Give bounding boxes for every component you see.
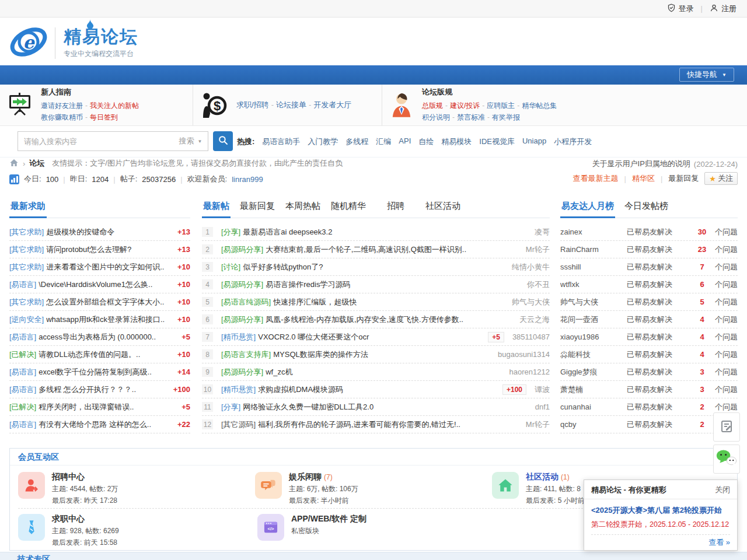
thread-title[interactable]: 快速排序汇编版，超级快 <box>273 297 504 307</box>
rank-user-name[interactable]: xiaoyu1986 <box>560 332 624 341</box>
forum-card[interactable]: </>APP/WEB/软件 定制私密版块 <box>257 514 497 548</box>
post-list-item[interactable]: 1[分享]最新易语言ai deepseek3.2凌哥 <box>202 223 550 241</box>
thread-category[interactable]: [讨论] <box>221 262 240 272</box>
hot-search-link[interactable]: 多线程 <box>345 136 368 147</box>
thread-category[interactable]: [易源码分享] <box>221 367 263 377</box>
popup-announcement-link[interactable]: <2025开源大赛>第八届 第2轮投票开始 <box>591 503 730 517</box>
search-button[interactable] <box>213 131 233 151</box>
thread-category[interactable]: [易语言] <box>9 384 36 395</box>
thread-author[interactable]: 纯情小黄牛 <box>512 262 550 272</box>
thread-category[interactable]: [易语言支持库] <box>221 349 271 360</box>
quick-link[interactable]: 我关注人的新帖 <box>90 102 139 110</box>
thread-category[interactable]: [易语言纯源码] <box>221 297 271 307</box>
quick-link[interactable]: 教你赚取精币 <box>41 113 83 121</box>
rank-user-name[interactable]: 花间一壶酒 <box>560 314 624 325</box>
thread-category[interactable]: [已解决] <box>9 402 36 412</box>
wechat-button[interactable] <box>713 444 740 474</box>
rank-list-item[interactable]: Giggle梦痕已帮易友解决3个问题 <box>560 363 738 381</box>
home-icon[interactable] <box>9 158 19 169</box>
rank-list-item[interactable]: xiaoyu1986已帮易友解决4个问题 <box>560 328 738 346</box>
tab-5[interactable]: 招聘 <box>386 196 406 216</box>
forum-card[interactable]: 求职中心主题: 928, 帖数: 6269最后发表: 前天 15:58 <box>18 514 257 548</box>
quick-link[interactable]: 邀请好友注册 <box>41 102 83 110</box>
thread-category[interactable]: [分享] <box>221 227 240 237</box>
tab-3[interactable]: 本周热帖 <box>284 196 322 216</box>
thread-title[interactable]: 似乎好多转战python了? <box>243 262 504 272</box>
thread-title[interactable]: 程序关闭时，出现弹窗错误.. <box>39 402 176 412</box>
hot-search-link[interactable]: IDE视觉库 <box>479 136 515 147</box>
breadcrumb-forum-link[interactable]: 论坛 <box>29 158 44 169</box>
quick-link[interactable]: 论坛接单 <box>276 100 306 109</box>
thread-title[interactable]: wf_zc机 <box>266 367 501 377</box>
thread-category[interactable]: [易语言] <box>9 419 36 430</box>
help-list-item[interactable]: [其它求助]怎么设置外部组合框文字字体大小..+10 <box>9 293 190 311</box>
rank-list-item[interactable]: qcby已帮易友解决2个问题 <box>560 416 738 433</box>
next-section-title[interactable]: 技术专区 <box>18 554 50 560</box>
thread-author[interactable]: haoren1212 <box>509 368 550 376</box>
forum-card-title[interactable]: APP/WEB/软件 定制 <box>291 514 366 523</box>
rank-user-name[interactable]: Giggle梦痕 <box>560 367 624 377</box>
quick-link[interactable]: 总版规 <box>422 102 443 110</box>
thread-title[interactable]: 请问protobuf怎么去理解? <box>46 244 172 255</box>
rank-user-name[interactable]: RainCharm <box>560 245 624 254</box>
thread-title[interactable]: 有没有大佬给个思路 这样的怎么.. <box>39 419 172 430</box>
thread-category[interactable]: [分享] <box>221 402 240 412</box>
forum-card-title[interactable]: 娱乐闲聊 <box>289 472 322 481</box>
thread-title[interactable]: \Device\HarddiskVolume1怎么换.. <box>39 279 172 290</box>
thread-title[interactable]: excel数字千位分隔符复制到高级.. <box>39 367 172 377</box>
quick-link[interactable]: 建议/投诉 <box>450 102 480 110</box>
quick-link[interactable]: 每日签到 <box>90 113 118 121</box>
thread-author[interactable]: 385110487 <box>512 332 550 341</box>
hot-search-link[interactable]: 自绘 <box>418 136 434 147</box>
rank-user-name[interactable]: 尛能科技 <box>560 349 624 360</box>
hot-search-link[interactable]: 精易模块 <box>441 136 472 147</box>
popup-view-more-link[interactable]: 查看 » <box>708 538 730 547</box>
rank-user-name[interactable]: zainex <box>560 228 624 236</box>
tab-latest-help[interactable]: 最新求助 <box>9 196 47 218</box>
thread-category[interactable]: [易语言] <box>9 279 36 290</box>
rank-user-name[interactable]: wtflxk <box>560 280 624 289</box>
help-list-item[interactable]: [易语言]access导出为表格后为 (0.000000..+5 <box>9 328 190 346</box>
hot-search-link[interactable]: 小程序开发 <box>554 136 592 147</box>
rank-user-name[interactable]: ssshill <box>560 262 624 271</box>
member-interact-title[interactable]: 会员互动区 <box>10 449 737 466</box>
rank-list-item[interactable]: 尛能科技已帮易友解决4个问题 <box>560 346 738 363</box>
search-input[interactable] <box>18 131 174 151</box>
help-list-item[interactable]: [逆向安全]whatsapp用tk和ck登录算法和接口..+10 <box>9 311 190 328</box>
thread-title[interactable]: 网络验证永久免费一键加密DLL工具2.0 <box>243 402 526 412</box>
rank-list-item[interactable]: RainCharm已帮易友解决23个问题 <box>560 241 738 258</box>
help-list-item[interactable]: [已解决]程序关闭时，出现弹窗错误..+5 <box>9 398 190 416</box>
thread-category[interactable]: [精币悬赏] <box>221 332 256 342</box>
thread-author[interactable]: 谭波 <box>535 384 550 395</box>
thread-title[interactable]: access导出为表格后为 (0.000000.. <box>39 332 176 342</box>
feedback-form-button[interactable] <box>713 412 740 442</box>
forum-card-title[interactable]: 社区活动 <box>526 472 558 481</box>
post-list-item[interactable]: 2[易源码分享]大赛结束前,最后一个轮子,二维码,高速识别,Q截图一样识别..M… <box>202 241 550 258</box>
quick-link[interactable]: 禁言标准 <box>457 113 485 121</box>
quick-link[interactable]: 积分说明 <box>422 113 450 121</box>
thread-author[interactable]: bugaosuni1314 <box>498 350 550 359</box>
thread-title[interactable]: 易语言操作redis学习源码 <box>266 279 519 290</box>
thread-title[interactable]: 凤凰-多线程池-内存加载版,内存安全,速度飞快.方便传参数.. <box>266 314 511 325</box>
help-list-item[interactable]: [其它求助]超级模块的按键命令+13 <box>9 223 190 241</box>
post-list-item[interactable]: 9[易源码分享]wf_zc机haoren1212 <box>202 363 550 381</box>
stats-link[interactable]: 精华区 <box>632 173 655 184</box>
ip-notice-link[interactable]: 关于显示用户IP归属地的说明 <box>592 159 690 169</box>
rank-list-item[interactable]: zainex已帮易友解决30个问题 <box>560 223 738 241</box>
stats-link[interactable]: 查看最新主题 <box>573 173 619 184</box>
thread-author[interactable]: 帅气与大侠 <box>512 297 550 307</box>
help-list-item[interactable]: [易语言]excel数字千位分隔符复制到高级..+14 <box>9 363 190 381</box>
thread-title[interactable]: whatsapp用tk和ck登录算法和接口.. <box>46 314 172 325</box>
forum-card[interactable]: 娱乐闲聊(7)主题: 6万, 帖数: 106万最后发表: 半小时前 <box>255 472 492 506</box>
thread-category[interactable]: [精币悬赏] <box>221 384 256 395</box>
thread-author[interactable]: 你不丑 <box>527 279 550 290</box>
thread-category[interactable]: [逆向安全] <box>9 314 44 325</box>
thread-title[interactable]: 求购虚拟机DMA模块源码 <box>258 384 495 395</box>
login-button[interactable]: 登录 <box>667 4 694 14</box>
rank-list-item[interactable]: cunanhai已帮易友解决2个问题 <box>560 398 738 416</box>
tab-6[interactable]: 社区活动 <box>424 196 462 216</box>
thread-category[interactable]: [其它求助] <box>9 227 44 237</box>
thread-title[interactable]: 怎么设置外部组合框文字字体大小.. <box>46 297 172 307</box>
post-list-item[interactable]: 3[讨论]似乎好多转战python了?纯情小黄牛 <box>202 258 550 276</box>
rank-list-item[interactable]: ssshill已帮易友解决7个问题 <box>560 258 738 276</box>
